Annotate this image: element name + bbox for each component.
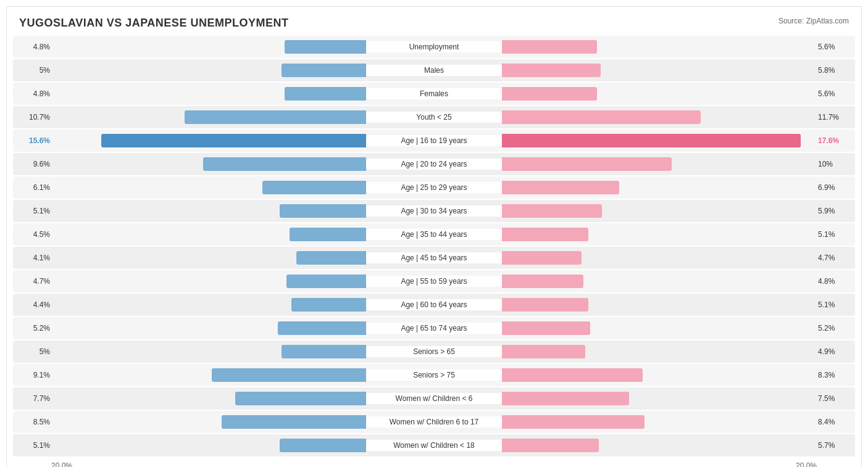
- right-value: 8.3%: [814, 371, 853, 379]
- chart-row: 4.7% Age | 55 to 59 years 4.8%: [13, 270, 855, 292]
- axis-left: 20.0%: [51, 461, 72, 467]
- right-bar-container: [502, 415, 814, 429]
- left-bar-container: [54, 228, 366, 241]
- row-label: Women w/ Children 6 to 17: [366, 416, 502, 428]
- row-label: Age | 65 to 74 years: [366, 323, 502, 334]
- left-bar: [222, 415, 366, 429]
- left-bar: [262, 181, 366, 194]
- right-bar: [502, 228, 588, 241]
- left-bar-container: [54, 251, 366, 265]
- left-bar: [203, 157, 366, 171]
- right-bar: [502, 298, 588, 312]
- chart-row: 7.7% Women w/ Children < 6 7.5%: [13, 387, 855, 410]
- left-bar-container: [54, 110, 366, 124]
- right-bar-container: [502, 40, 814, 54]
- chart-row: 6.1% Age | 25 to 29 years 6.9%: [13, 176, 855, 199]
- axis-row: 20.0% 20.0%: [13, 459, 855, 467]
- right-bar-container: [502, 345, 814, 358]
- left-bar: [282, 64, 367, 77]
- right-bar: [502, 64, 601, 77]
- row-label: Women w/ Children < 6: [366, 393, 502, 404]
- left-value: 10.7%: [15, 113, 54, 122]
- chart-source: Source: ZipAtlas.com: [778, 17, 849, 25]
- right-bar: [502, 110, 701, 124]
- right-value: 6.9%: [814, 183, 853, 192]
- row-label: Age | 35 to 44 years: [366, 229, 502, 240]
- left-value: 4.8%: [15, 89, 54, 98]
- left-bar: [212, 368, 366, 382]
- left-bar-container: [54, 64, 366, 77]
- right-bar: [502, 40, 597, 54]
- left-bar: [101, 134, 366, 147]
- chart-row: 15.6% Age | 16 to 19 years 17.6%: [13, 130, 855, 152]
- chart-row: 9.6% Age | 20 to 24 years 10%: [13, 153, 855, 175]
- left-value: 4.1%: [15, 254, 54, 262]
- right-value: 11.7%: [814, 113, 853, 122]
- left-bar-container: [54, 181, 366, 194]
- right-bar: [502, 392, 629, 405]
- left-value: 9.1%: [15, 371, 54, 379]
- row-label: Unemployment: [366, 41, 502, 52]
- left-bar: [280, 204, 366, 218]
- axis-right: 20.0%: [796, 461, 817, 467]
- right-bar: [502, 134, 801, 147]
- right-value: 8.4%: [814, 418, 853, 426]
- left-value: 5%: [15, 66, 54, 75]
- left-bar-container: [54, 368, 366, 382]
- right-value: 5.6%: [814, 43, 853, 51]
- chart-row: 4.4% Age | 60 to 64 years 5.1%: [13, 294, 855, 316]
- right-bar-container: [502, 368, 814, 382]
- right-bar-container: [502, 298, 814, 312]
- right-value: 5.2%: [814, 324, 853, 333]
- chart-row: 4.8% Females 5.6%: [13, 83, 855, 105]
- right-value: 17.6%: [814, 136, 853, 145]
- right-value: 5.7%: [814, 441, 853, 450]
- left-value: 5%: [15, 347, 54, 356]
- left-value: 7.7%: [15, 394, 54, 403]
- left-bar-container: [54, 134, 366, 147]
- right-value: 4.8%: [814, 277, 853, 286]
- right-bar: [502, 204, 602, 218]
- left-value: 4.7%: [15, 277, 54, 286]
- right-bar-container: [502, 87, 814, 101]
- left-bar: [296, 251, 366, 265]
- right-value: 7.5%: [814, 394, 853, 403]
- right-bar-container: [502, 204, 814, 218]
- left-bar: [282, 345, 367, 358]
- right-value: 5.1%: [814, 300, 853, 309]
- right-value: 10%: [814, 160, 853, 168]
- right-bar: [502, 439, 599, 452]
- left-bar: [285, 87, 366, 101]
- right-bar: [502, 275, 583, 288]
- left-bar: [290, 228, 366, 241]
- right-bar: [502, 181, 619, 194]
- left-bar-container: [54, 204, 366, 218]
- chart-row: 5.1% Age | 30 to 34 years 5.9%: [13, 200, 855, 222]
- right-bar-container: [502, 439, 814, 452]
- left-bar-container: [54, 345, 366, 358]
- left-bar: [280, 439, 366, 452]
- row-label: Age | 30 to 34 years: [366, 205, 502, 217]
- chart-row: 4.1% Age | 45 to 54 years 4.7%: [13, 247, 855, 269]
- row-label: Seniors > 65: [366, 346, 502, 357]
- left-bar-container: [54, 275, 366, 288]
- right-bar: [502, 368, 643, 382]
- chart-row: 5% Males 5.8%: [13, 59, 855, 81]
- left-value: 15.6%: [15, 136, 54, 145]
- chart-title: YUGOSLAVIAN VS JAPANESE UNEMPLOYMENT: [19, 17, 288, 30]
- right-value: 4.7%: [814, 254, 853, 262]
- row-label: Seniors > 75: [366, 370, 502, 381]
- left-bar-container: [54, 321, 366, 335]
- left-bar-container: [54, 40, 366, 54]
- left-value: 9.6%: [15, 160, 54, 168]
- row-label: Males: [366, 65, 502, 76]
- right-bar-container: [502, 157, 814, 171]
- right-bar-container: [502, 392, 814, 405]
- row-label: Women w/ Children < 18: [366, 440, 502, 451]
- chart-row: 8.5% Women w/ Children 6 to 17 8.4%: [13, 411, 855, 433]
- chart-row: 5.2% Age | 65 to 74 years 5.2%: [13, 317, 855, 339]
- chart-area: 4.8% Unemployment 5.6% 5% Males: [13, 36, 855, 457]
- chart-header: YUGOSLAVIAN VS JAPANESE UNEMPLOYMENT Sou…: [13, 17, 855, 30]
- left-value: 8.5%: [15, 418, 54, 426]
- chart-row: 5.1% Women w/ Children < 18 5.7%: [13, 434, 855, 457]
